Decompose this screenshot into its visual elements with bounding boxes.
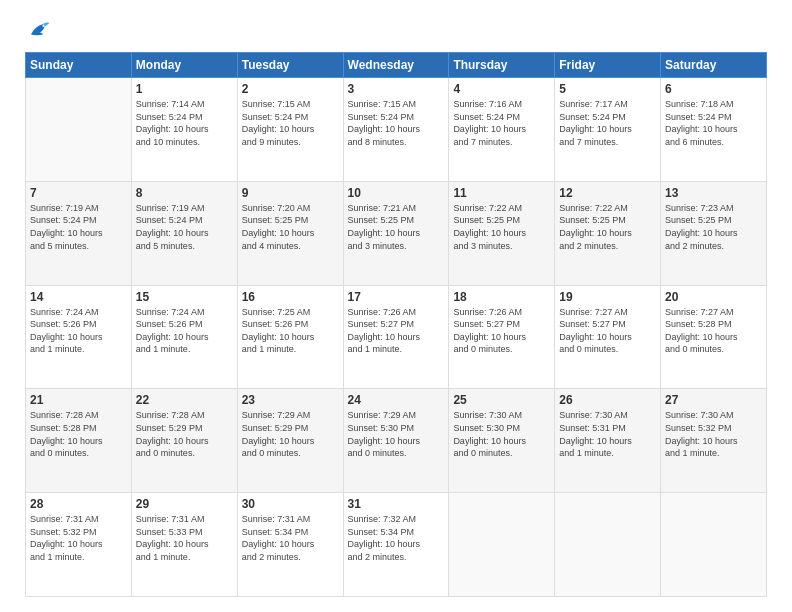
- calendar-cell: 4Sunrise: 7:16 AM Sunset: 5:24 PM Daylig…: [449, 78, 555, 182]
- calendar-header-sunday: Sunday: [26, 53, 132, 78]
- day-info: Sunrise: 7:24 AM Sunset: 5:26 PM Dayligh…: [136, 306, 233, 356]
- logo-text: [25, 20, 51, 40]
- calendar-cell: 27Sunrise: 7:30 AM Sunset: 5:32 PM Dayli…: [661, 389, 767, 493]
- calendar-cell: 26Sunrise: 7:30 AM Sunset: 5:31 PM Dayli…: [555, 389, 661, 493]
- calendar-table: SundayMondayTuesdayWednesdayThursdayFrid…: [25, 52, 767, 597]
- day-info: Sunrise: 7:14 AM Sunset: 5:24 PM Dayligh…: [136, 98, 233, 148]
- calendar-header-row: SundayMondayTuesdayWednesdayThursdayFrid…: [26, 53, 767, 78]
- calendar-cell: 8Sunrise: 7:19 AM Sunset: 5:24 PM Daylig…: [131, 181, 237, 285]
- day-number: 6: [665, 82, 762, 96]
- day-info: Sunrise: 7:28 AM Sunset: 5:29 PM Dayligh…: [136, 409, 233, 459]
- calendar-cell: 13Sunrise: 7:23 AM Sunset: 5:25 PM Dayli…: [661, 181, 767, 285]
- day-number: 17: [348, 290, 445, 304]
- day-info: Sunrise: 7:21 AM Sunset: 5:25 PM Dayligh…: [348, 202, 445, 252]
- calendar-cell: 14Sunrise: 7:24 AM Sunset: 5:26 PM Dayli…: [26, 285, 132, 389]
- day-info: Sunrise: 7:28 AM Sunset: 5:28 PM Dayligh…: [30, 409, 127, 459]
- calendar-cell: 15Sunrise: 7:24 AM Sunset: 5:26 PM Dayli…: [131, 285, 237, 389]
- calendar-cell: 12Sunrise: 7:22 AM Sunset: 5:25 PM Dayli…: [555, 181, 661, 285]
- calendar-cell: 18Sunrise: 7:26 AM Sunset: 5:27 PM Dayli…: [449, 285, 555, 389]
- day-info: Sunrise: 7:18 AM Sunset: 5:24 PM Dayligh…: [665, 98, 762, 148]
- page: SundayMondayTuesdayWednesdayThursdayFrid…: [0, 0, 792, 612]
- day-info: Sunrise: 7:25 AM Sunset: 5:26 PM Dayligh…: [242, 306, 339, 356]
- calendar-cell: [26, 78, 132, 182]
- day-number: 30: [242, 497, 339, 511]
- day-number: 31: [348, 497, 445, 511]
- calendar-header-monday: Monday: [131, 53, 237, 78]
- calendar-week-5: 28Sunrise: 7:31 AM Sunset: 5:32 PM Dayli…: [26, 493, 767, 597]
- calendar-cell: 20Sunrise: 7:27 AM Sunset: 5:28 PM Dayli…: [661, 285, 767, 389]
- calendar-cell: 5Sunrise: 7:17 AM Sunset: 5:24 PM Daylig…: [555, 78, 661, 182]
- day-number: 20: [665, 290, 762, 304]
- calendar-cell: 28Sunrise: 7:31 AM Sunset: 5:32 PM Dayli…: [26, 493, 132, 597]
- calendar-cell: [449, 493, 555, 597]
- day-number: 12: [559, 186, 656, 200]
- day-number: 9: [242, 186, 339, 200]
- day-info: Sunrise: 7:29 AM Sunset: 5:29 PM Dayligh…: [242, 409, 339, 459]
- day-info: Sunrise: 7:23 AM Sunset: 5:25 PM Dayligh…: [665, 202, 762, 252]
- day-info: Sunrise: 7:24 AM Sunset: 5:26 PM Dayligh…: [30, 306, 127, 356]
- calendar-cell: 25Sunrise: 7:30 AM Sunset: 5:30 PM Dayli…: [449, 389, 555, 493]
- day-info: Sunrise: 7:30 AM Sunset: 5:32 PM Dayligh…: [665, 409, 762, 459]
- calendar-cell: 19Sunrise: 7:27 AM Sunset: 5:27 PM Dayli…: [555, 285, 661, 389]
- calendar-cell: 22Sunrise: 7:28 AM Sunset: 5:29 PM Dayli…: [131, 389, 237, 493]
- day-number: 3: [348, 82, 445, 96]
- day-info: Sunrise: 7:19 AM Sunset: 5:24 PM Dayligh…: [136, 202, 233, 252]
- calendar-header-tuesday: Tuesday: [237, 53, 343, 78]
- day-number: 15: [136, 290, 233, 304]
- day-number: 2: [242, 82, 339, 96]
- day-info: Sunrise: 7:29 AM Sunset: 5:30 PM Dayligh…: [348, 409, 445, 459]
- calendar-cell: 24Sunrise: 7:29 AM Sunset: 5:30 PM Dayli…: [343, 389, 449, 493]
- day-number: 1: [136, 82, 233, 96]
- calendar-cell: 7Sunrise: 7:19 AM Sunset: 5:24 PM Daylig…: [26, 181, 132, 285]
- day-number: 19: [559, 290, 656, 304]
- calendar-cell: 21Sunrise: 7:28 AM Sunset: 5:28 PM Dayli…: [26, 389, 132, 493]
- day-info: Sunrise: 7:22 AM Sunset: 5:25 PM Dayligh…: [453, 202, 550, 252]
- day-number: 13: [665, 186, 762, 200]
- day-info: Sunrise: 7:17 AM Sunset: 5:24 PM Dayligh…: [559, 98, 656, 148]
- day-number: 4: [453, 82, 550, 96]
- day-number: 7: [30, 186, 127, 200]
- calendar-cell: 31Sunrise: 7:32 AM Sunset: 5:34 PM Dayli…: [343, 493, 449, 597]
- day-info: Sunrise: 7:32 AM Sunset: 5:34 PM Dayligh…: [348, 513, 445, 563]
- day-info: Sunrise: 7:30 AM Sunset: 5:30 PM Dayligh…: [453, 409, 550, 459]
- calendar-cell: 17Sunrise: 7:26 AM Sunset: 5:27 PM Dayli…: [343, 285, 449, 389]
- calendar-cell: 6Sunrise: 7:18 AM Sunset: 5:24 PM Daylig…: [661, 78, 767, 182]
- calendar-week-2: 7Sunrise: 7:19 AM Sunset: 5:24 PM Daylig…: [26, 181, 767, 285]
- logo: [25, 20, 51, 40]
- calendar-cell: 29Sunrise: 7:31 AM Sunset: 5:33 PM Dayli…: [131, 493, 237, 597]
- day-number: 18: [453, 290, 550, 304]
- calendar-header-friday: Friday: [555, 53, 661, 78]
- header: [25, 20, 767, 40]
- day-number: 11: [453, 186, 550, 200]
- day-info: Sunrise: 7:20 AM Sunset: 5:25 PM Dayligh…: [242, 202, 339, 252]
- day-number: 28: [30, 497, 127, 511]
- day-info: Sunrise: 7:26 AM Sunset: 5:27 PM Dayligh…: [348, 306, 445, 356]
- calendar-header-saturday: Saturday: [661, 53, 767, 78]
- calendar-cell: 9Sunrise: 7:20 AM Sunset: 5:25 PM Daylig…: [237, 181, 343, 285]
- day-number: 8: [136, 186, 233, 200]
- day-info: Sunrise: 7:31 AM Sunset: 5:33 PM Dayligh…: [136, 513, 233, 563]
- day-info: Sunrise: 7:15 AM Sunset: 5:24 PM Dayligh…: [242, 98, 339, 148]
- day-info: Sunrise: 7:27 AM Sunset: 5:28 PM Dayligh…: [665, 306, 762, 356]
- day-info: Sunrise: 7:15 AM Sunset: 5:24 PM Dayligh…: [348, 98, 445, 148]
- logo-bird-icon: [27, 20, 51, 40]
- calendar-cell: 2Sunrise: 7:15 AM Sunset: 5:24 PM Daylig…: [237, 78, 343, 182]
- day-info: Sunrise: 7:30 AM Sunset: 5:31 PM Dayligh…: [559, 409, 656, 459]
- day-number: 25: [453, 393, 550, 407]
- day-number: 10: [348, 186, 445, 200]
- day-number: 21: [30, 393, 127, 407]
- calendar-cell: [555, 493, 661, 597]
- day-number: 24: [348, 393, 445, 407]
- day-number: 22: [136, 393, 233, 407]
- calendar-cell: 3Sunrise: 7:15 AM Sunset: 5:24 PM Daylig…: [343, 78, 449, 182]
- calendar-cell: 23Sunrise: 7:29 AM Sunset: 5:29 PM Dayli…: [237, 389, 343, 493]
- day-info: Sunrise: 7:19 AM Sunset: 5:24 PM Dayligh…: [30, 202, 127, 252]
- day-info: Sunrise: 7:16 AM Sunset: 5:24 PM Dayligh…: [453, 98, 550, 148]
- calendar-cell: 30Sunrise: 7:31 AM Sunset: 5:34 PM Dayli…: [237, 493, 343, 597]
- day-info: Sunrise: 7:31 AM Sunset: 5:34 PM Dayligh…: [242, 513, 339, 563]
- day-number: 16: [242, 290, 339, 304]
- day-number: 14: [30, 290, 127, 304]
- calendar-cell: [661, 493, 767, 597]
- day-number: 27: [665, 393, 762, 407]
- calendar-cell: 16Sunrise: 7:25 AM Sunset: 5:26 PM Dayli…: [237, 285, 343, 389]
